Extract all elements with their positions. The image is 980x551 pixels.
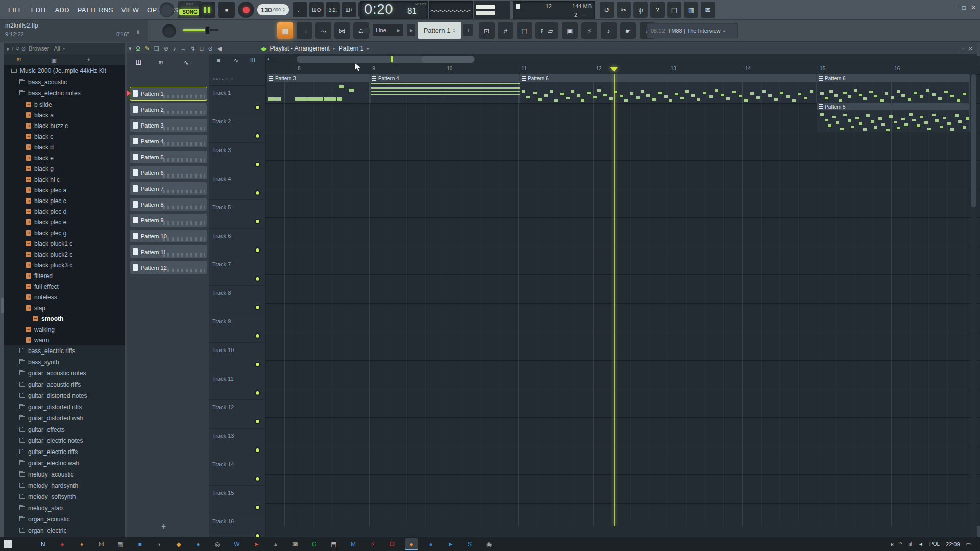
menu-arrow-icon[interactable]: ▸	[7, 46, 10, 52]
taskbar-app-red-circle[interactable]: ●	[56, 538, 68, 550]
browser-sample-item[interactable]: ⇥black pluck3 c	[4, 260, 125, 270]
track-mute-led[interactable]	[255, 133, 260, 139]
action-center-icon[interactable]: ▭	[966, 541, 971, 547]
playback-position-panel[interactable]	[474, 1, 510, 19]
taskbar-app-skype[interactable]: S	[463, 538, 476, 550]
language-indicator[interactable]: POL	[929, 541, 940, 547]
browser-folder-item[interactable]: guitar_distorted riffs	[4, 402, 125, 413]
tempo-stepper[interactable]: ▲▼	[282, 7, 285, 12]
track-name[interactable]: Track 16	[212, 518, 234, 524]
browser-folder-item[interactable]: organ_electric	[4, 525, 125, 536]
export-button[interactable]: ▥	[684, 2, 698, 18]
chat-button[interactable]: ✉	[701, 2, 715, 18]
maximize-button[interactable]: □	[962, 4, 966, 11]
playlist-menu-icon[interactable]: ▾	[129, 45, 132, 52]
browser-folder-item[interactable]: guitar_effects	[4, 424, 125, 435]
taskbar-app-blue-square[interactable]: ■	[134, 538, 146, 550]
draw-tool-icon[interactable]: ✎	[145, 45, 150, 52]
news-ticker[interactable]: 08.12 TM88 | The Interview ▸	[647, 23, 738, 38]
menu-item-patterns[interactable]: PATTERNS	[74, 6, 117, 14]
step-sequencer-toggle-button[interactable]: ▦	[277, 22, 293, 39]
slip-tool-icon[interactable]: ↔	[181, 45, 186, 52]
master-pitch-slider[interactable]	[183, 29, 218, 31]
scrollbar-thumb[interactable]	[297, 56, 475, 63]
show-desktop-button[interactable]	[977, 537, 980, 551]
browser-folder-item[interactable]: melody_hardsynth	[4, 480, 125, 491]
close-button[interactable]: ✕	[971, 4, 976, 11]
taskbar-app-blue-dot[interactable]: ●	[425, 538, 437, 550]
track-mute-led[interactable]	[255, 105, 260, 110]
performance-wave-icon[interactable]: ≋	[216, 57, 221, 64]
track-mute-led[interactable]	[255, 247, 260, 253]
playhead-marker[interactable]	[610, 67, 618, 72]
files-tab-icon[interactable]: ▣	[51, 56, 57, 63]
playlist-minimize-button[interactable]: –	[955, 46, 958, 52]
snap-selector[interactable]: Line ▶	[373, 24, 403, 36]
browser-sample-item[interactable]: ⇥black plec g	[4, 228, 125, 238]
playlist-hscrollbar[interactable]: ◂ ▸	[266, 55, 980, 63]
browser-sample-item[interactable]: ⇥black e	[4, 153, 125, 163]
save-button[interactable]: ▤	[667, 2, 681, 18]
sync-button[interactable]: ↺	[600, 2, 614, 18]
browser-sample-item[interactable]: ⇥black plec e	[4, 217, 125, 228]
track-name[interactable]: Track 11	[212, 375, 234, 382]
browser-sample-item[interactable]: ⇥black hi c	[4, 174, 125, 185]
taskbar-app-steam[interactable]: ◉	[483, 538, 495, 550]
automation-icon[interactable]: ∿	[184, 59, 189, 66]
track-header[interactable]: Track 14	[209, 457, 266, 486]
cpu-memory-panel[interactable]: 12 144 MB 2 ◡	[513, 1, 595, 19]
clip-pattern-6[interactable]: Pattern 6	[817, 74, 970, 103]
touch-button[interactable]: ☛	[620, 22, 636, 39]
track-mute-led[interactable]	[255, 162, 260, 167]
track-name[interactable]: Track 5	[212, 204, 231, 210]
browser-folder-item[interactable]: guitar_electric riffs	[4, 446, 125, 458]
clip-header[interactable]: Pattern 3	[267, 74, 370, 82]
taskbar-app-phone[interactable]: ◗	[153, 538, 165, 550]
clip-pattern-4[interactable]: Pattern 4	[370, 74, 520, 103]
taskbar-app-ball[interactable]: ◎	[211, 538, 224, 550]
breadcrumb[interactable]: ◀▶ Playlist - Arrangement ▸ Pattern 1 ▸	[260, 43, 370, 54]
browser-sample-item[interactable]: ⇥black d	[4, 142, 125, 153]
taskbar-app-telegram[interactable]: ➤	[444, 538, 456, 550]
track-mute-led[interactable]	[255, 447, 260, 453]
tray-chevron-icon[interactable]: ^	[900, 541, 902, 547]
track-mute-led[interactable]	[255, 219, 260, 224]
browser-sample-item[interactable]: ⇥black c	[4, 131, 125, 142]
slice-tool-icon[interactable]: ↯	[191, 45, 195, 52]
browser-sample-item[interactable]: ⇥black plec c	[4, 195, 125, 206]
taskbar-app-blue-circle[interactable]: ●	[192, 538, 204, 550]
browser-sample-item[interactable]: ⇥black plec a	[4, 185, 125, 195]
tempo-display[interactable]: 130.000 ▲▼	[257, 4, 289, 15]
metronome-button[interactable]: ♩	[293, 2, 307, 17]
taskbar-app-orange-diamond[interactable]: ◆	[173, 538, 185, 550]
taskbar-app-green[interactable]: G	[308, 538, 321, 550]
taskbar-app-doc[interactable]: ▤	[328, 538, 340, 550]
paint-tool-icon[interactable]: ❏	[154, 45, 159, 52]
taskbar-app-grey[interactable]: ▲	[270, 538, 282, 550]
track-name[interactable]: Track 9	[212, 318, 231, 324]
track-header[interactable]: Track 4	[209, 171, 266, 200]
clip-header[interactable]: Pattern 6	[817, 74, 969, 82]
search-icon[interactable]: ⊙	[21, 46, 26, 52]
pattern-row[interactable]: Pattern 6	[130, 166, 207, 179]
volume-icon[interactable]: ◄	[918, 541, 923, 547]
next-arrow-button[interactable]: →	[297, 22, 312, 39]
track-name[interactable]: Track 13	[212, 433, 234, 439]
browser-folder-item[interactable]: bass_acoustic	[4, 77, 125, 88]
browser-sample-item[interactable]: ⇥black buzz c	[4, 120, 125, 131]
performance-slope-icon[interactable]: ∿	[234, 57, 238, 64]
select-tool-icon[interactable]: □	[200, 45, 204, 52]
clock[interactable]: 22:09	[946, 541, 960, 547]
pattern-menu-button[interactable]: ▶	[407, 24, 415, 36]
track-name[interactable]: Track 1	[212, 90, 231, 96]
minimize-button[interactable]: –	[953, 4, 957, 11]
delete-tool-icon[interactable]: ⊘	[164, 45, 168, 52]
tray-app-icon[interactable]: ʀ	[891, 541, 893, 547]
playlist-close-button[interactable]: ✕	[969, 46, 973, 52]
browser-sample-item[interactable]: ⇥walking	[4, 324, 125, 335]
track-name[interactable]: Track 8	[212, 290, 231, 296]
track-mute-led[interactable]	[255, 362, 260, 367]
browser-folder-item[interactable]: guitar_distorted wah	[4, 413, 125, 424]
browser-folder-item[interactable]: guitar_acoustic riffs	[4, 379, 125, 390]
pattern-selector[interactable]: Pattern 1 ▲▼	[418, 22, 461, 39]
